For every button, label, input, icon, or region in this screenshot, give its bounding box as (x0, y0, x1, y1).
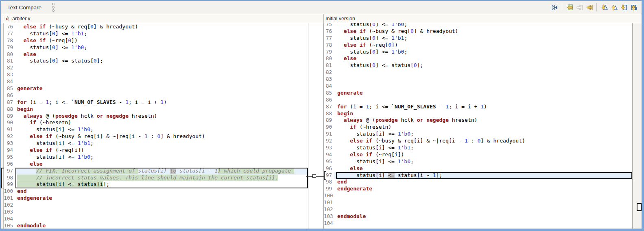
code-line-95[interactable]: 95 status[i] <= 1'b0; (4, 154, 308, 161)
code-line-100[interactable]: 100end (4, 188, 308, 195)
code-text (334, 192, 632, 199)
code-line-81[interactable]: 81 status[0] <= status[0]; (4, 58, 308, 65)
code-line-85[interactable]: 85generate (324, 90, 632, 97)
code-text: for (i = 1; i <= `NUM_OF_SLAVES - 1; i =… (15, 99, 308, 106)
code-line-97[interactable]: 97 status[i] <= status[i - 1]; (324, 172, 632, 179)
code-line-81[interactable]: 81 status[0] <= status[0]; (324, 62, 632, 69)
diff-connector-handle[interactable] (312, 174, 316, 178)
code-line-96[interactable]: 96 else (4, 161, 308, 168)
code-text: if (~hresetn) (334, 124, 632, 131)
code-line-86[interactable]: 86 (4, 92, 308, 99)
previous-change-button[interactable] (629, 3, 638, 12)
toolbar-buttons (550, 3, 638, 12)
swap-left-right-button[interactable] (550, 3, 559, 12)
code-line-83[interactable]: 83 (324, 76, 632, 83)
code-line-96[interactable]: 96 else (324, 165, 632, 172)
code-line-80[interactable]: 80 else (324, 55, 632, 62)
code-line-99[interactable]: 99 status[i] <= status[i]; (4, 181, 308, 188)
code-text: generate (334, 90, 632, 97)
code-line-88[interactable]: 88begin (4, 106, 308, 113)
previous-difference-button[interactable] (609, 3, 619, 12)
code-line-89[interactable]: 89 always @ (posedge hclk or negedge hre… (4, 113, 308, 120)
code-text: status[0] <= 1'b0; (334, 23, 632, 28)
copy-current-left-to-right-button[interactable] (574, 3, 584, 12)
code-line-84[interactable]: 84 (324, 83, 632, 90)
code-text: end (334, 179, 632, 186)
line-number: 83 (324, 76, 334, 83)
next-change-button[interactable] (619, 3, 629, 12)
code-line-79[interactable]: 79 status[0] <= 1'b0; (4, 44, 308, 51)
code-line-99[interactable]: 99endgenerate (324, 186, 632, 192)
code-line-104[interactable]: 104 (4, 216, 308, 222)
code-line-97[interactable]: 97 // FIX: Incorrect assignment of statu… (4, 168, 308, 175)
code-line-93[interactable]: 93 status[i] <= 1'b1; (324, 145, 632, 151)
line-number: 77 (4, 30, 15, 37)
code-text: else if (~busy & req[0] & hreadyout) (334, 28, 632, 35)
code-line-98[interactable]: 98 // incorrect status values. This line… (4, 175, 308, 181)
code-line-101[interactable]: 101 (324, 199, 632, 206)
code-line-90[interactable]: 90 if (~hresetn) (4, 119, 308, 126)
code-line-103[interactable]: 103 (4, 209, 308, 216)
code-text: status[0] <= status[0]; (15, 58, 308, 65)
code-line-94[interactable]: 94 else if (~req[i]) (324, 151, 632, 158)
code-text: else if (~busy & req[i] & ~|req[i - 1 : … (334, 138, 632, 145)
line-number: 89 (324, 117, 334, 124)
code-line-82[interactable]: 82 (324, 69, 632, 76)
line-number: 94 (4, 147, 15, 154)
code-line-86[interactable]: 86 (324, 97, 632, 104)
line-number: 100 (4, 188, 15, 195)
code-line-88[interactable]: 88begin (324, 110, 632, 117)
left-editor[interactable]: 76 else if (~busy & req[0] & hreadyout)7… (1, 23, 308, 229)
code-line-84[interactable]: 84 (4, 78, 308, 85)
code-line-76[interactable]: 76 else if (~busy & req[0] & hreadyout) (4, 24, 308, 30)
code-text: status[0] <= 1'b1; (15, 30, 308, 37)
code-line-87[interactable]: 87for (i = 1; i <= `NUM_OF_SLAVES - 1; i… (4, 99, 308, 106)
view-menu-icon[interactable] (52, 3, 55, 12)
code-line-92[interactable]: 92 else if (~busy & req[i] & ~|req[i - 1… (4, 133, 308, 140)
code-line-105[interactable]: 105endmodule (4, 222, 308, 229)
next-difference-button[interactable] (599, 3, 609, 12)
code-line-102[interactable]: 102 (324, 206, 632, 213)
code-line-82[interactable]: 82 (4, 65, 308, 71)
code-line-103[interactable]: 103endmodule (324, 213, 632, 220)
code-line-77[interactable]: 77 status[0] <= 1'b1; (324, 35, 632, 42)
code-line-91[interactable]: 91 status[i] <= 1'b0; (4, 126, 308, 133)
code-line-91[interactable]: 91 status[i] <= 1'b0; (324, 131, 632, 138)
code-line-95[interactable]: 95 status[i] <= 1'b0; (324, 158, 632, 165)
code-line-83[interactable]: 83 (4, 71, 308, 78)
right-editor[interactable]: 75 status[0] <= 1'b0;76 else if (~busy &… (323, 23, 632, 229)
copy-all-right-to-left-button[interactable] (565, 3, 574, 12)
code-line-89[interactable]: 89 always @ (posedge hclk or negedge hre… (324, 117, 632, 124)
code-text (334, 206, 632, 213)
code-line-98[interactable]: 98end (324, 179, 632, 186)
code-line-76[interactable]: 76 else if (~busy & req[0] & hreadyout) (324, 28, 632, 35)
code-line-94[interactable]: 94 else if (~req[i]) (4, 147, 308, 154)
code-line-75[interactable]: 75 status[0] <= 1'b0; (324, 23, 632, 28)
line-number: 102 (324, 206, 334, 213)
left-code-lines: 76 else if (~busy & req[0] & hreadyout)7… (4, 24, 308, 229)
copy-current-right-to-left-button[interactable] (584, 3, 594, 12)
diff-overview-marker[interactable] (637, 203, 642, 211)
code-line-101[interactable]: 101endgenerate (4, 195, 308, 202)
line-number: 95 (324, 158, 334, 165)
code-text: begin (15, 106, 308, 113)
code-line-93[interactable]: 93 status[i] <= 1'b1; (4, 140, 308, 147)
line-number: 82 (324, 69, 334, 76)
code-line-77[interactable]: 77 status[0] <= 1'b1; (4, 30, 308, 37)
code-line-78[interactable]: 78 else if (~req[0]) (4, 37, 308, 44)
line-number: 80 (324, 55, 334, 62)
code-line-90[interactable]: 90 if (~hresetn) (324, 124, 632, 131)
code-line-79[interactable]: 79 status[0] <= 1'b0; (324, 49, 632, 56)
code-line-87[interactable]: 87for (i = 1; i <= `NUM_OF_SLAVES - 1; i… (324, 104, 632, 110)
code-text: if (~hresetn) (15, 119, 308, 126)
code-line-85[interactable]: 85generate (4, 85, 308, 92)
line-number: 87 (4, 99, 15, 106)
line-number: 87 (324, 104, 334, 110)
line-number: 75 (324, 23, 334, 28)
code-line-104[interactable]: 104 (324, 220, 632, 227)
code-line-80[interactable]: 80 else (4, 51, 308, 58)
code-line-78[interactable]: 78 else if (~req[0]) (324, 42, 632, 49)
code-line-100[interactable]: 100 (324, 192, 632, 199)
code-line-102[interactable]: 102 (4, 202, 308, 209)
code-line-92[interactable]: 92 else if (~busy & req[i] & ~|req[i - 1… (324, 138, 632, 145)
